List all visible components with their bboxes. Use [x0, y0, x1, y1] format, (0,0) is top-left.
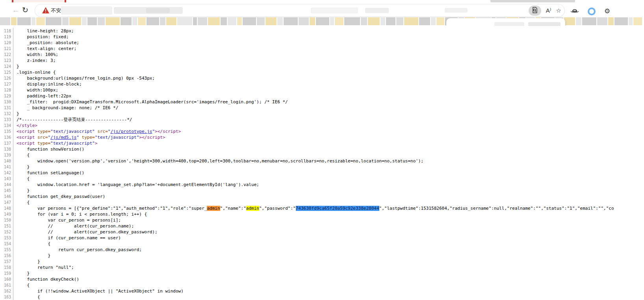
code-segment: z-index: 3; — [17, 58, 56, 63]
code-text: .login-online { — [13, 69, 56, 75]
code-line: 142 function setLanguage() — [0, 170, 644, 176]
blurred-bookmark — [17, 17, 31, 25]
selected-text: 743630fd9ca65f20a59c92e338e28044 — [296, 206, 379, 211]
code-segment: line-height: 28px; — [17, 28, 74, 34]
security-label: 不安 — [51, 7, 61, 14]
line-number: 142 — [0, 170, 13, 176]
code-segment: for (var i = 0; i < persons.length; i++)… — [17, 212, 147, 217]
line-number: 158 — [0, 265, 13, 270]
blurred-bookmark — [380, 17, 385, 25]
blurred-url-segment — [146, 8, 170, 13]
code-text: { — [13, 176, 30, 182]
line-number: 153 — [0, 235, 13, 241]
code-line: 137<script type="text/javascript"> — [0, 140, 644, 146]
line-number: 144 — [0, 182, 13, 188]
blurred-bookmark — [404, 17, 418, 25]
code-segment: // alert(cur_person.name); — [17, 224, 134, 229]
line-number: 130 — [0, 99, 13, 105]
code-text: _filter: progid:DXImageTransform.Microso… — [13, 99, 288, 105]
code-text: <script src="/js/md5.js" type="text/java… — [13, 134, 165, 140]
code-segment: "text/javascript" — [95, 135, 139, 140]
code-text: // alert(cur_person.name); — [13, 223, 134, 229]
code-segment: } — [17, 64, 19, 69]
code-line: 155 return cur_person.dkey_password; — [0, 247, 644, 253]
code-line: 123 z-index: 3; — [0, 58, 644, 63]
code-segment: <script — [17, 135, 35, 140]
code-line: 160 function dkeyCheck() — [0, 276, 644, 282]
code-text: } — [13, 164, 30, 170]
line-number: 140 — [0, 158, 13, 164]
code-segment: function showVersion() — [17, 147, 84, 152]
code-segment: function setLanguage() — [17, 170, 84, 175]
code-segment: if (cur_person.name == user) — [17, 235, 121, 240]
ring-extension-button[interactable] — [588, 7, 596, 15]
blurred-bookmark — [257, 17, 265, 25]
code-segment: var cur_person = persons[i]; — [17, 218, 121, 223]
blurred-url-segment — [61, 6, 112, 15]
code-line: 156 } — [0, 253, 644, 259]
line-number: 132 — [0, 111, 13, 117]
code-line: 148 var persons = [{"pre_define":"1","au… — [0, 205, 644, 211]
code-segment: { — [17, 283, 30, 288]
source-link[interactable]: /js/prototype.js — [110, 129, 152, 134]
line-number: 118 — [0, 28, 13, 34]
find-on-page-button[interactable] — [529, 6, 541, 16]
code-line: 126 background:url(images/free_login.png… — [0, 75, 644, 81]
code-segment: var persons = [{"pre_define":"1","auth_m… — [17, 206, 207, 211]
code-line: 132} — [0, 111, 644, 117]
blurred-bookmark — [330, 17, 334, 25]
code-text: { — [13, 199, 30, 205]
line-number: 125 — [0, 69, 13, 75]
code-line: 125.login-online { — [0, 69, 644, 75]
find-on-page-icon — [532, 7, 538, 15]
code-text: padding-left:22px — [13, 93, 71, 99]
line-number: 137 — [0, 140, 13, 146]
blurred-bookmark — [335, 17, 343, 25]
code-text: /*----------------登录页结束----------------*… — [13, 117, 132, 123]
source-link[interactable]: /js/md5.js — [50, 135, 76, 140]
line-number: 149 — [0, 211, 13, 217]
blurred-bookmark — [284, 17, 298, 25]
code-text: for (var i = 0; i < persons.length; i++)… — [13, 211, 147, 217]
code-segment: src= — [35, 135, 48, 140]
code-line: 162 if (!!window.ActiveXObject || "Activ… — [0, 288, 644, 294]
code-line: 119 position: fixed; — [0, 34, 644, 40]
code-line: 147 { — [0, 199, 644, 205]
code-line: 153 if (cur_person.name == user) — [0, 235, 644, 241]
read-aloud-button[interactable]: A⁾ — [546, 7, 551, 14]
line-number: 150 — [0, 217, 13, 223]
refresh-button[interactable]: ↻ — [20, 6, 30, 15]
code-text: display:inline-block; — [13, 81, 82, 87]
code-segment: width: 100%; — [17, 52, 58, 57]
code-line: 130 _filter: progid:DXImageTransform.Mic… — [0, 99, 644, 105]
browser-window: ← ↻ 不安 — [0, 0, 644, 300]
favorites-star-button[interactable]: ☆ — [556, 7, 561, 14]
security-warning-icon[interactable] — [42, 7, 49, 13]
code-text: var cur_person = persons[i]; — [13, 217, 121, 223]
code-text: if (!!window.ActiveXObject || "ActiveXOb… — [13, 288, 184, 294]
line-number: 152 — [0, 229, 13, 235]
code-segment: type= — [35, 141, 50, 146]
code-segment: text-align: center; — [17, 46, 76, 51]
blurred-bookmark — [597, 17, 607, 25]
line-number: 154 — [0, 241, 13, 247]
hat-extension-button[interactable] — [570, 8, 579, 15]
blurred-bookmark — [576, 17, 581, 25]
line-number: 136 — [0, 134, 13, 140]
line-number: 147 — [0, 199, 13, 205]
address-bar[interactable]: 不安 A⁾ ☆ — [35, 4, 565, 17]
browser-settings-button[interactable]: ⚙ — [604, 7, 610, 15]
code-line: 158 return "null"; — [0, 265, 644, 270]
code-segment: padding-left:22px — [17, 93, 71, 99]
code-text: if (cur_person.name == user) — [13, 235, 121, 241]
blurred-bookmark — [608, 17, 614, 25]
line-number: 138 — [0, 146, 13, 152]
code-line: 136<script src="/js/md5.js" type="text/j… — [0, 134, 644, 140]
code-segment: ","lastpwdtime":1531582604,"radius_serna… — [379, 206, 614, 211]
code-segment: background:url(images/free_login.png) 0p… — [17, 76, 155, 81]
code-text: text-align: center; — [13, 46, 76, 52]
blurred-bookmark — [243, 17, 256, 25]
code-text: } — [13, 111, 19, 117]
back-button[interactable]: ← — [11, 6, 20, 15]
code-line: 122 width: 100%; — [0, 52, 644, 58]
